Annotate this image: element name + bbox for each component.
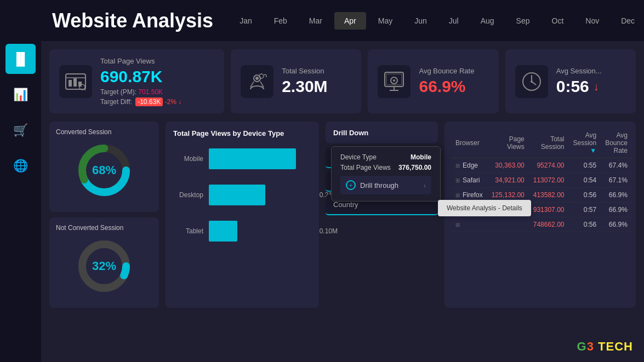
table-row: ⊞ 748662.00 0:56 66.9%	[451, 217, 632, 232]
bar-mobile: Mobile	[173, 148, 311, 169]
sidebar-item-globe[interactable]: 🌐	[5, 151, 36, 181]
col-page-views[interactable]: Page Views	[487, 128, 529, 158]
sidebar-item-cart[interactable]: 🛒	[5, 115, 36, 145]
not-converted-donut: 32%	[74, 236, 134, 296]
analytics-icon: 📊	[13, 88, 28, 102]
month-nov[interactable]: Nov	[575, 12, 609, 30]
drill-down-header: Drill Down	[326, 122, 438, 143]
bar-desktop-container: 0.21M	[209, 185, 311, 205]
kpi-icon-avgsession	[515, 65, 548, 98]
sidebar-item-analytics[interactable]: 📊	[5, 79, 36, 110]
month-jul[interactable]: Jul	[439, 12, 469, 30]
cell-avgbounce-3: 66.9%	[601, 203, 632, 217]
svg-point-13	[393, 79, 395, 82]
cell-totalsession-3: 931307.00	[529, 203, 569, 217]
bar-mobile-label: Mobile	[173, 155, 203, 163]
diff-pct: -2%	[165, 98, 176, 106]
kpi-label-pageviews: Total Page Views	[100, 57, 214, 65]
month-navigation: Jan Feb Mar Apr May Jun Jul Aug Sep Oct …	[230, 12, 644, 30]
target-label: Target (PM):	[100, 88, 136, 96]
cart-icon: 🛒	[13, 123, 28, 137]
diff-value: -10.63K	[135, 97, 163, 106]
cell-avgbounce-0: 67.4%	[601, 158, 632, 173]
bar-mobile-container	[209, 148, 311, 169]
avgsession-down-icon: ↓	[594, 81, 599, 93]
svg-rect-3	[73, 78, 77, 87]
cell-avgsession-3: 0:57	[568, 203, 601, 217]
cell-avgbounce-4: 66.9%	[601, 217, 632, 232]
main-content: Total Page Views 690.87K Target (PM): 70…	[41, 41, 644, 362]
bar-tablet-fill	[209, 221, 237, 242]
kpi-sub-pageviews: Target (PM): 701.50K	[100, 88, 214, 96]
cell-avgbounce-2: 66.9%	[601, 188, 632, 203]
month-may[interactable]: May	[368, 12, 402, 30]
kpi-value-session: 2.30M	[282, 77, 351, 96]
kpi-value-bounce: 66.9%	[419, 77, 488, 96]
table-body: ⊞Edge 30,363.00 95274.00 0:55 67.4% ⊞Saf…	[451, 158, 632, 232]
kpi-label-avgsession: Avg Session...	[556, 67, 626, 75]
bar-chart-icon: ▐▌	[12, 52, 29, 66]
kpi-avg-session: Avg Session... 0:56 ↓	[505, 49, 636, 113]
down-arrow-icon: ↓	[178, 98, 181, 106]
bar-desktop: Desktop 0.21M	[173, 185, 311, 205]
converted-pct: 68%	[92, 163, 116, 177]
logo-tech: TECH	[598, 340, 633, 353]
diff-label: Target Diff:	[100, 98, 132, 106]
submenu-popup[interactable]: Website Analysis - Details	[438, 200, 531, 216]
svg-point-8	[255, 77, 259, 80]
kpi-icon-pageviews	[59, 65, 92, 98]
month-feb[interactable]: Feb	[264, 12, 297, 30]
context-menu-overlay: Device Type Mobile Total Page Views 376,…	[331, 146, 441, 202]
month-jan[interactable]: Jan	[230, 12, 262, 30]
month-oct[interactable]: Oct	[542, 12, 574, 30]
cell-avgsession-1: 0:54	[568, 173, 601, 188]
kpi-label-bounce: Avg Bounce Rate	[419, 67, 488, 75]
cell-totalsession-4: 748662.00	[529, 217, 569, 232]
cell-pageviews-4	[487, 217, 529, 232]
month-apr[interactable]: Apr	[334, 12, 366, 30]
tooltip-page-views-value: 376,750.00	[398, 164, 431, 171]
bottom-row: Converted Session 68% Not Converted Sess…	[49, 122, 636, 308]
month-dec[interactable]: Dec	[611, 12, 644, 30]
drill-down-title: Drill Down	[333, 129, 368, 137]
month-jun[interactable]: Jun	[404, 12, 437, 30]
converted-donut: 68%	[74, 140, 134, 200]
header: Website Analysis Jan Feb Mar Apr May Jun…	[41, 0, 644, 41]
globe-icon: 🌐	[13, 159, 28, 173]
col-total-session: Total Session	[529, 128, 569, 158]
table-row: ⊞Safari 34,921.00 113072.00 0:54 67.1%	[451, 173, 632, 188]
tooltip-page-views-row: Total Page Views 376,750.00	[340, 164, 431, 171]
not-converted-section: Not Converted Session 32%	[49, 217, 159, 308]
svg-point-19	[531, 81, 533, 83]
sidebar-item-chart[interactable]: ▐▌	[5, 44, 36, 74]
tooltip-page-views-label: Total Page Views	[340, 164, 391, 171]
sidebar: ▐▌ 📊 🛒 🌐	[0, 0, 41, 362]
donuts-column: Converted Session 68% Not Converted Sess…	[49, 122, 159, 308]
month-mar[interactable]: Mar	[299, 12, 332, 30]
col-browser: Browser	[451, 128, 487, 158]
chevron-right-icon: ›	[424, 181, 426, 189]
cell-browser-4: ⊞	[451, 217, 487, 232]
kpi-row: Total Page Views 690.87K Target (PM): 70…	[49, 49, 636, 113]
month-sep[interactable]: Sep	[506, 12, 540, 30]
tooltip-box: Device Type Mobile Total Page Views 376,…	[331, 146, 441, 202]
cell-browser-1: ⊞Safari	[451, 173, 487, 188]
tooltip-device-type-row: Device Type Mobile	[340, 153, 431, 161]
kpi-label-session: Total Session	[282, 67, 351, 75]
bar-tablet: Tablet 0.10M	[173, 221, 311, 242]
drill-through-icon: +	[346, 180, 356, 190]
converted-label: Converted Session	[56, 128, 111, 136]
browser-data-table: Browser Page Views Total Session Avg Ses…	[451, 128, 632, 232]
kpi-total-session: Total Session 2.30M	[231, 49, 361, 113]
drill-panel: Drill Down Traffic... Device Type Countr…	[326, 122, 438, 308]
drill-through-button[interactable]: + Drill through ›	[340, 176, 431, 194]
month-aug[interactable]: Aug	[471, 12, 504, 30]
kpi-total-page-views: Total Page Views 690.87K Target (PM): 70…	[49, 49, 224, 113]
target-value: 701.50K	[138, 88, 163, 96]
submenu-item-label: Website Analysis - Details	[447, 204, 522, 212]
col-avg-session: Avg Session ▼	[568, 128, 601, 158]
logo: G3 TECH	[577, 340, 633, 354]
drill-through-label: Drill through	[360, 181, 398, 189]
converted-session-section: Converted Session 68%	[49, 122, 159, 212]
logo-three: 3	[587, 340, 594, 353]
